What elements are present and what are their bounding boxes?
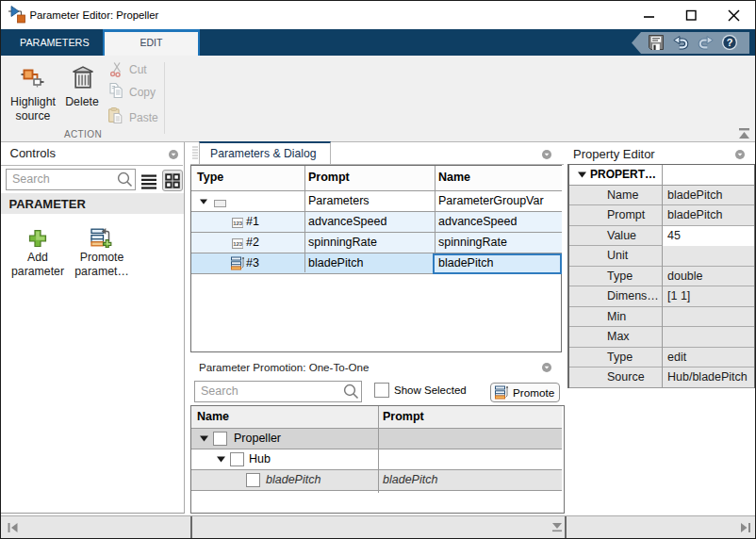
- svg-text:123: 123: [233, 241, 243, 247]
- svg-text:?: ?: [727, 37, 733, 48]
- svg-text:123: 123: [233, 220, 243, 226]
